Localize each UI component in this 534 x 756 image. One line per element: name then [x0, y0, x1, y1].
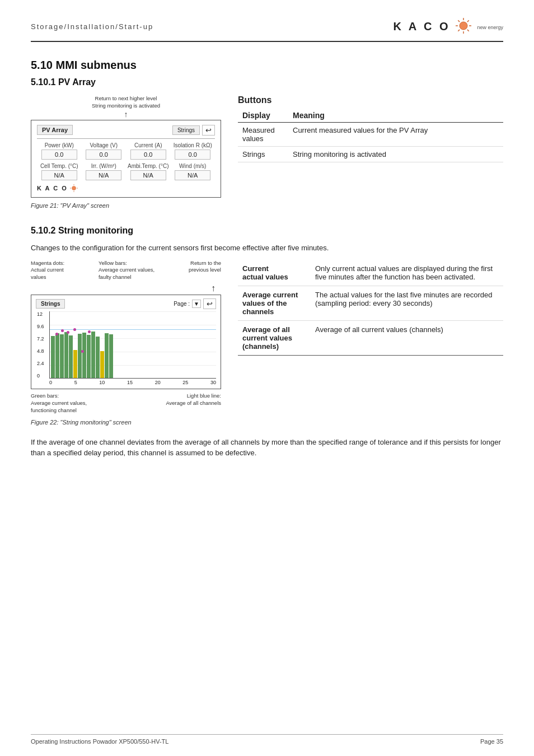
term-avg-current: Average current values of the channels [238, 286, 311, 320]
def-current-actual: Only current actual values are displayed… [311, 260, 503, 286]
page-header: Storage/Installation/Start-up K A C O ne… [31, 17, 503, 42]
header-title: Storage/Installation/Start-up [31, 22, 153, 31]
screen-annotations: Return to next higher level String monit… [31, 95, 221, 119]
row1-meaning: Current measured values for the PV Array [288, 123, 503, 147]
bar-green-5 [69, 335, 73, 378]
annotation-string-text: String monitoring is activated [92, 102, 160, 110]
table-row: Measured values Current measured values … [238, 123, 503, 147]
measure-row-1: Power (kW) 0.0 Voltage (V) 0.0 Current (… [37, 142, 215, 160]
svg-line-5 [458, 20, 460, 22]
bar-chart-wrapper: 12 9.6 7.2 4.8 2.4 0 [49, 311, 216, 379]
x-axis: 0 5 10 15 20 25 30 [49, 380, 216, 385]
bar-yellow-1 [73, 350, 77, 378]
dropdown-arrow: ▼ [194, 301, 199, 307]
voltage-cell: Voltage (V) 0.0 [82, 142, 127, 160]
page-row: Page : ▼ ↩ [174, 298, 216, 309]
power-value: 0.0 [41, 150, 77, 160]
ambitemp-label: Ambi.Temp. (°C) [126, 163, 171, 169]
bar-green-4 [64, 332, 68, 378]
kaco-logo-text: K A C O [393, 20, 450, 33]
irr-label: Irr. (W/m²) [82, 163, 127, 169]
table-row: Average of all current values (channels)… [238, 320, 503, 355]
fig22-caption: Figure 22: "String monitoring" screen [31, 419, 221, 426]
strings-button[interactable]: Strings [172, 125, 200, 135]
new-energy-text: new energy [477, 25, 503, 30]
bar-green-9 [91, 332, 95, 378]
kaco-screen-logo: K A C O [37, 185, 68, 192]
svg-point-9 [72, 186, 76, 190]
chart-back-btn[interactable]: ↩ [203, 298, 216, 309]
bar-group-8 [82, 311, 86, 378]
row2-meaning: String monitoring is activated [288, 147, 503, 162]
string-info-col: Currentactual values Only current actual… [238, 260, 503, 426]
page: Storage/Installation/Start-up K A C O ne… [0, 0, 534, 756]
annot-return: Return to theprevious level [189, 260, 221, 281]
power-cell: Power (kW) 0.0 [37, 142, 82, 160]
bar-green-2 [55, 333, 59, 378]
current-label: Current (A) [126, 142, 171, 148]
bar-yellow-2 [100, 351, 104, 378]
bar-group-1 [51, 311, 55, 378]
table-row: Currentactual values Only current actual… [238, 260, 503, 286]
chart-area [49, 311, 216, 379]
logo-area: K A C O new energy [393, 17, 503, 36]
x-30: 30 [210, 380, 216, 385]
current-cell: Current (A) 0.0 [126, 142, 171, 160]
page-label: Page : [174, 301, 190, 307]
string-chart: Strings Page : ▼ ↩ [31, 295, 221, 389]
string-intro-text: Changes to the configuration for the cur… [31, 244, 503, 252]
x-25: 25 [182, 380, 188, 385]
voltage-value: 0.0 [86, 150, 121, 160]
wind-cell: Wind (m/s) N/A [171, 163, 216, 180]
annot-yellow-text: Yellow bars:Average current values,fault… [99, 260, 154, 281]
bar-group-14 [109, 311, 113, 378]
page-dropdown[interactable]: ▼ [192, 300, 201, 308]
bar-green-3 [60, 334, 64, 378]
bar-group-12 [100, 311, 104, 378]
annot-magenta-text: Magenta dots:Actual currentvalues [31, 260, 64, 281]
bar-group-3 [60, 311, 64, 378]
bar-green-7 [82, 333, 86, 378]
table-row: Average current values of the channels T… [238, 286, 503, 320]
back-button[interactable]: ↩ [202, 125, 215, 136]
bar-group-6 [73, 311, 77, 378]
string-info-table: Currentactual values Only current actual… [238, 260, 503, 356]
bar-green-1 [51, 336, 55, 378]
annot-blue: Light blue line:Average of all channels [166, 393, 221, 414]
isolation-value: 0.0 [175, 150, 210, 160]
celltemp-label: Cell Temp. (°C) [37, 163, 82, 169]
irr-value: N/A [86, 170, 121, 180]
bar-group-13 [105, 311, 109, 378]
section-510-heading: 5.10 MMI submenus [31, 59, 503, 72]
celltemp-cell: Cell Temp. (°C) N/A [37, 163, 82, 180]
bar-green-8 [87, 335, 91, 378]
bar-group-4 [64, 311, 68, 378]
celltemp-value: N/A [41, 170, 77, 180]
buttons-heading: Buttons [238, 95, 503, 105]
section-5102-heading: 5.10.2 String monitoring [31, 226, 503, 236]
y-label-7-2: 7.2 [37, 336, 44, 342]
isolation-cell: Isolation R (kΩ) 0.0 [171, 142, 216, 160]
bottom-paragraph: If the average of one channel deviates f… [31, 437, 503, 459]
bar-group-7 [78, 311, 82, 378]
annotation-return-text: Return to next higher level [95, 95, 157, 102]
wind-label: Wind (m/s) [171, 163, 216, 169]
wind-value: N/A [175, 170, 210, 180]
bar-group-9 [87, 311, 91, 378]
chart-up-arrow: ↑ [211, 283, 216, 293]
y-label-2-4: 2.4 [37, 361, 44, 366]
bar-green-11 [105, 333, 109, 378]
power-label: Power (kW) [37, 142, 82, 148]
bar-green-10 [96, 337, 100, 378]
svg-point-0 [460, 22, 467, 30]
chart-label: Strings [36, 299, 65, 309]
screen-btn-group: Strings ↩ [172, 125, 215, 136]
isolation-label: Isolation R (kΩ) [171, 142, 216, 148]
x-5: 5 [74, 380, 77, 385]
current-value: 0.0 [130, 150, 166, 160]
col-meaning: Meaning [288, 109, 503, 123]
irr-cell: Irr. (W/m²) N/A [82, 163, 127, 180]
ambitemp-cell: Ambi.Temp. (°C) N/A [126, 163, 171, 180]
section-5102: 5.10.2 String monitoring Changes to the … [31, 226, 503, 459]
term-current-actual: Currentactual values [238, 260, 311, 286]
